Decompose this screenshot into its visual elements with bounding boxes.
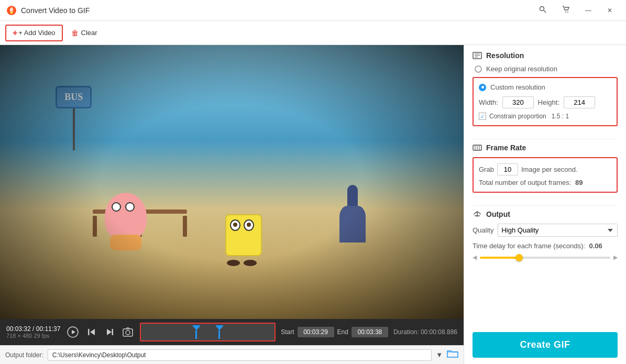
svg-point-13 xyxy=(126,330,130,335)
output-icon xyxy=(473,211,482,218)
browse-folder-button[interactable] xyxy=(447,349,458,361)
time-display: 00:03:32 / 00:11:37 xyxy=(6,325,60,333)
resolution-section: Resolution Keep original resolution Cust… xyxy=(473,51,618,126)
duration-label: Duration: xyxy=(393,328,419,336)
titlebar-left: Convert Video to GIF xyxy=(6,5,90,16)
vignette xyxy=(0,45,464,319)
height-input[interactable] xyxy=(564,96,595,108)
current-time: 00:03:32 xyxy=(6,325,31,333)
grab-row: Grab Image per second. xyxy=(479,163,611,175)
quality-label: Quality xyxy=(473,226,493,234)
framerate-title: Frame Rate xyxy=(486,144,526,152)
custom-resolution-radio[interactable] xyxy=(479,84,486,91)
screenshot-button[interactable] xyxy=(121,326,135,338)
video-frame[interactable]: BUS xyxy=(0,45,464,319)
time-separator: / xyxy=(32,325,36,333)
keep-original-label: Keep original resolution xyxy=(486,65,557,73)
minimize-button[interactable]: — xyxy=(578,5,599,16)
time-info: 00:03:32 / 00:11:37 718 × 480 29 fps xyxy=(6,325,60,339)
custom-resolution-box: Custom resolution Width: Height: ✓ Const… xyxy=(473,77,618,126)
slider-max: ▶ xyxy=(613,254,618,261)
main-layout: BUS xyxy=(0,45,626,364)
toolbar: + + Add Video 🗑 Clear xyxy=(0,21,626,45)
resolution-title: Resolution xyxy=(486,51,524,60)
trim-marker-right xyxy=(215,325,224,339)
create-gif-label: Create GIF xyxy=(520,339,570,350)
output-title: Output xyxy=(486,210,510,218)
svg-marker-10 xyxy=(107,329,112,335)
svg-marker-7 xyxy=(72,330,75,334)
prev-frame-button[interactable] xyxy=(85,326,98,338)
window-controls: — ✕ xyxy=(532,4,620,17)
duration-display: Duration: 00:00:08.886 xyxy=(393,328,457,336)
divider-1 xyxy=(473,139,618,139)
plus-icon: + xyxy=(13,28,17,38)
next-button[interactable] xyxy=(103,326,116,338)
output-path-input[interactable] xyxy=(48,349,432,361)
custom-resolution-option[interactable]: Custom resolution xyxy=(479,83,611,91)
clear-button[interactable]: 🗑 Clear xyxy=(66,26,103,40)
right-panel: Resolution Keep original resolution Cust… xyxy=(464,45,626,364)
duration-value: 00:00:08.886 xyxy=(421,328,457,336)
quality-select[interactable]: High Quality Medium Quality Low Quality xyxy=(498,224,618,237)
slider-min: ◀ xyxy=(473,254,477,261)
svg-rect-8 xyxy=(88,329,90,335)
time-delay-label: Time delay for each frame (seconds): xyxy=(473,242,585,250)
app-icon xyxy=(6,5,17,16)
framerate-icon xyxy=(473,144,482,151)
quality-row: Quality High Quality Medium Quality Low … xyxy=(473,224,618,237)
custom-resolution-label: Custom resolution xyxy=(490,83,545,91)
create-gif-button[interactable]: Create GIF xyxy=(473,332,618,358)
framerate-section: Frame Rate Grab Image per second. Total … xyxy=(473,144,618,193)
constrain-checkbox[interactable]: ✓ xyxy=(479,113,486,120)
time-delay-value: 0.06 xyxy=(589,242,602,250)
start-time-input[interactable] xyxy=(298,327,334,337)
ratio-label: 1.5 : 1 xyxy=(552,113,569,120)
keep-original-option[interactable]: Keep original resolution xyxy=(473,65,618,73)
total-value: 89 xyxy=(575,179,583,186)
svg-line-3 xyxy=(544,10,546,13)
marker-gap xyxy=(203,325,213,339)
svg-rect-11 xyxy=(112,329,114,335)
resolution-info: 718 × 480 29 fps xyxy=(6,333,60,339)
add-video-button[interactable]: + + Add Video xyxy=(5,25,63,41)
svg-point-1 xyxy=(10,11,13,14)
framerate-box: Grab Image per second. Total number of o… xyxy=(473,157,618,193)
constrain-row: ✓ Constrain proportion 1.5 : 1 xyxy=(479,113,611,120)
clear-label: Clear xyxy=(81,29,97,37)
delay-slider-track[interactable] xyxy=(480,257,610,259)
ips-label: Image per second. xyxy=(521,166,578,173)
output-section: Output Quality High Quality Medium Quali… xyxy=(473,210,618,263)
dropdown-arrow-output[interactable]: ▼ xyxy=(436,351,443,359)
height-label: Height: xyxy=(538,98,559,106)
keep-original-radio[interactable] xyxy=(475,65,482,73)
width-input[interactable] xyxy=(502,96,534,108)
close-button[interactable]: ✕ xyxy=(600,5,620,16)
divider-2 xyxy=(473,205,618,206)
play-button[interactable] xyxy=(65,325,80,339)
total-label: Total number of output frames: xyxy=(479,179,571,186)
grab-label: Grab xyxy=(479,166,494,173)
slider-container: ◀ ▶ xyxy=(473,254,618,261)
grab-input[interactable] xyxy=(497,163,518,175)
output-folder-label: Output folder: xyxy=(5,351,43,359)
total-time: 00:11:37 xyxy=(36,325,61,333)
svg-point-2 xyxy=(540,7,544,11)
cart-button[interactable] xyxy=(555,4,577,17)
add-video-label: + Add Video xyxy=(18,29,55,37)
titlebar: Convert Video to GIF — ✕ xyxy=(0,0,626,21)
end-time-input[interactable] xyxy=(352,327,388,337)
resolution-icon xyxy=(473,52,482,59)
svg-marker-9 xyxy=(90,329,95,335)
time-delay-display: Time delay for each frame (seconds): 0.0… xyxy=(473,242,618,250)
timeline-segment[interactable] xyxy=(140,323,276,341)
constrain-label: Constrain proportion xyxy=(489,113,546,120)
controls-bar: 00:03:32 / 00:11:37 718 × 480 29 fps xyxy=(0,319,464,345)
end-label: End xyxy=(337,328,348,336)
search-button[interactable] xyxy=(532,4,554,17)
delay-slider-thumb[interactable] xyxy=(515,254,523,261)
output-section-header: Output xyxy=(473,210,618,218)
video-area: BUS xyxy=(0,45,464,364)
video-scene: BUS xyxy=(0,45,464,319)
width-label: Width: xyxy=(479,98,498,106)
